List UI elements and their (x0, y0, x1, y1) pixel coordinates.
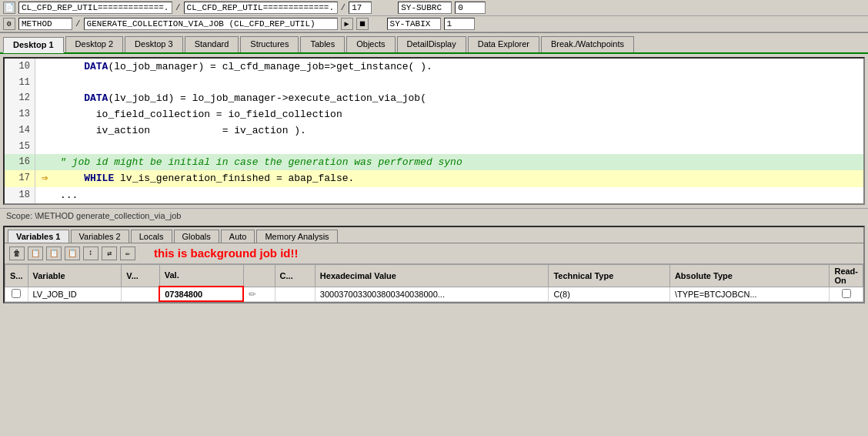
table-header-row: S... Variable V... Val. C... Hexadecimal… (5, 264, 863, 287)
code-line-14: 14 iv_action = iv_action ). (5, 122, 863, 139)
code-line-10: 10 DATA(lo_job_manager) = cl_cfd_manage_… (5, 59, 863, 75)
linenum-input[interactable] (349, 2, 372, 14)
bottom-tab-bar: Variables 1 Variables 2 Locals Globals A… (5, 227, 863, 243)
table-row: LV_JOB_ID 07384800 ✏ 3000370033003800340… (5, 287, 863, 301)
gear-icon: ⚙ (3, 18, 15, 30)
tab-standard[interactable]: Standard (185, 36, 239, 52)
edit-icon[interactable]: ✏ (120, 247, 135, 260)
line-marker-18 (35, 187, 54, 203)
copy-icon-2[interactable]: 📋 (46, 247, 62, 260)
line-num-10: 10 (5, 59, 35, 75)
sy-tabix-label (387, 18, 441, 30)
annotation-text: this is background job id!! (154, 247, 299, 260)
path-input-1[interactable] (18, 2, 172, 14)
doc-icon: 📄 (3, 2, 15, 14)
tab-auto[interactable]: Auto (221, 230, 255, 243)
line-content-13: io_field_collection = io_field_collectio… (54, 106, 863, 122)
stop-icon[interactable]: ⏹ (356, 18, 369, 30)
cell-tech-type: C(8) (549, 287, 669, 301)
col-tech-type: Technical Type (549, 264, 669, 287)
line-marker-12 (35, 90, 54, 106)
cell-val: 07384800 (159, 287, 243, 301)
tab-breakwatchpoints[interactable]: Break./Watchpoints (541, 36, 634, 52)
sep-2: / (341, 3, 346, 12)
line-num-12: 12 (5, 90, 35, 106)
main-tab-bar: Desktop 1 Desktop 2 Desktop 3 Standard S… (0, 33, 868, 54)
line-marker-13 (35, 106, 54, 122)
tab-memory-analysis[interactable]: Memory Analysis (256, 230, 337, 243)
tab-locals[interactable]: Locals (131, 230, 172, 243)
exchange-icon[interactable]: ⇄ (102, 247, 117, 260)
toolbar-row-2: ⚙ / ▶ ⏹ (0, 16, 868, 32)
readonly-checkbox[interactable] (842, 289, 851, 298)
line-content-15 (54, 139, 863, 154)
code-line-18: 18 ... (5, 187, 863, 203)
col-val: Val. (159, 264, 243, 287)
sep-1: / (175, 3, 181, 12)
run-icon[interactable]: ▶ (341, 18, 353, 30)
line-content-12: DATA(lv_job_id) = lo_job_manager->execut… (54, 90, 863, 106)
cell-readonly (830, 287, 863, 301)
code-line-11: 11 (5, 75, 863, 90)
copy-icon-1[interactable]: 📋 (28, 247, 43, 260)
line-marker-16 (35, 154, 54, 170)
delete-icon[interactable]: 🗑 (9, 247, 25, 260)
line-num-15: 15 (5, 139, 35, 154)
cell-hex: 3000370033003800340038000... (315, 287, 549, 301)
code-line-17: 17 ⇒ WHILE lv_is_generation_finished = a… (5, 170, 863, 187)
col-edit (243, 264, 275, 287)
line-num-11: 11 (5, 75, 35, 90)
toolbar-row-1: 📄 / / (0, 0, 868, 16)
tab-variables2[interactable]: Variables 2 (71, 230, 129, 243)
line-marker-14 (35, 122, 54, 139)
line-content-14: iv_action = iv_action ). (54, 122, 863, 139)
row-checkbox[interactable] (12, 289, 21, 298)
path-input-2[interactable] (184, 2, 338, 14)
line-content-11 (54, 75, 863, 90)
line-num-18: 18 (5, 187, 35, 203)
line-content-17: WHILE lv_is_generation_finished = abap_f… (54, 170, 863, 187)
code-container: 10 DATA(lo_job_manager) = cl_cfd_manage_… (3, 57, 865, 205)
tab-globals[interactable]: Globals (174, 230, 219, 243)
line-num-17: 17 (5, 170, 35, 187)
sy-subrc-value[interactable] (455, 2, 486, 14)
sort-icon[interactable]: ↕ (83, 247, 98, 260)
line-marker-11 (35, 75, 54, 90)
code-line-16: 16 " job id might be initial in case the… (5, 154, 863, 170)
cell-edit-icon: ✏ (243, 287, 275, 301)
cell-variable: LV_JOB_ID (28, 287, 122, 301)
col-c: C... (275, 264, 315, 287)
cell-v (122, 287, 159, 301)
tab-desktop2[interactable]: Desktop 2 (65, 36, 124, 52)
pencil-icon: ✏ (249, 289, 256, 300)
code-area: 10 DATA(lo_job_manager) = cl_cfd_manage_… (5, 59, 863, 203)
code-line-12: 12 DATA(lv_job_id) = lo_job_manager->exe… (5, 90, 863, 106)
var-toolbar: 🗑 📋 📋 📋 ↕ ⇄ ✏ this is background job id!… (5, 243, 863, 264)
sy-tabix-value[interactable] (444, 18, 475, 30)
line-num-14: 14 (5, 122, 35, 139)
bottom-panel: Variables 1 Variables 2 Locals Globals A… (3, 226, 865, 304)
code-line-15: 15 (5, 139, 863, 154)
copy-icon-3[interactable]: 📋 (65, 247, 80, 260)
code-line-13: 13 io_field_collection = io_field_collec… (5, 106, 863, 122)
scope-bar: Scope: \METHOD generate_collection_via_j… (0, 208, 868, 223)
col-abs-type: Absolute Type (669, 264, 830, 287)
tab-objects[interactable]: Objects (346, 36, 395, 52)
col-v: V... (122, 264, 159, 287)
tab-detaildisplay[interactable]: DetailDisplay (397, 36, 466, 52)
line-content-10: DATA(lo_job_manager) = cl_cfd_manage_job… (54, 59, 863, 75)
line-marker-17: ⇒ (35, 170, 54, 187)
cell-s (5, 287, 28, 301)
method-name-input (84, 18, 338, 30)
tab-desktop1[interactable]: Desktop 1 (3, 37, 64, 53)
line-content-16: " job id might be initial in case the ge… (54, 154, 863, 170)
tab-structures[interactable]: Structures (240, 36, 299, 52)
cell-c (275, 287, 315, 301)
tab-dataexplorer[interactable]: Data Explorer (468, 36, 539, 52)
tab-desktop3[interactable]: Desktop 3 (125, 36, 183, 52)
tab-variables1[interactable]: Variables 1 (8, 230, 69, 243)
tab-tables[interactable]: Tables (300, 36, 345, 52)
col-hex: Hexadecimal Value (315, 264, 549, 287)
line-content-18: ... (54, 187, 863, 203)
cell-abs-type: \TYPE=BTCJOBCN... (669, 287, 830, 301)
